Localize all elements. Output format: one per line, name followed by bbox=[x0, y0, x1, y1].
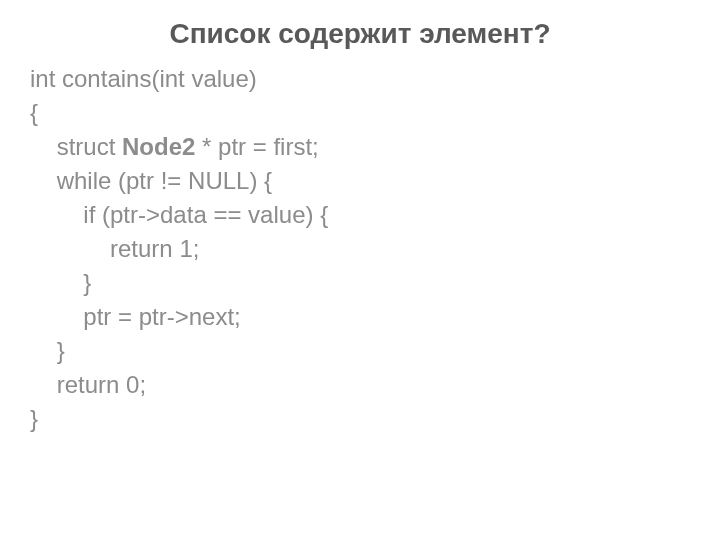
code-block: int contains(int value) { struct Node2 *… bbox=[30, 62, 328, 436]
code-line-3c: * ptr = first; bbox=[195, 133, 318, 160]
code-line-5: if (ptr->data == value) { bbox=[30, 201, 328, 228]
code-line-1: int contains(int value) bbox=[30, 65, 257, 92]
code-line-11: } bbox=[30, 405, 38, 432]
code-line-3b: Node2 bbox=[122, 133, 195, 160]
code-line-9: } bbox=[30, 337, 65, 364]
slide-title: Список содержит элемент? bbox=[0, 18, 720, 50]
code-line-3a: struct bbox=[30, 133, 122, 160]
code-line-4: while (ptr != NULL) { bbox=[30, 167, 272, 194]
code-line-6: return 1; bbox=[30, 235, 199, 262]
code-line-7: } bbox=[30, 269, 91, 296]
code-line-2: { bbox=[30, 99, 38, 126]
code-line-8: ptr = ptr->next; bbox=[30, 303, 241, 330]
code-line-10: return 0; bbox=[30, 371, 146, 398]
slide: Список содержит элемент? int contains(in… bbox=[0, 0, 720, 540]
